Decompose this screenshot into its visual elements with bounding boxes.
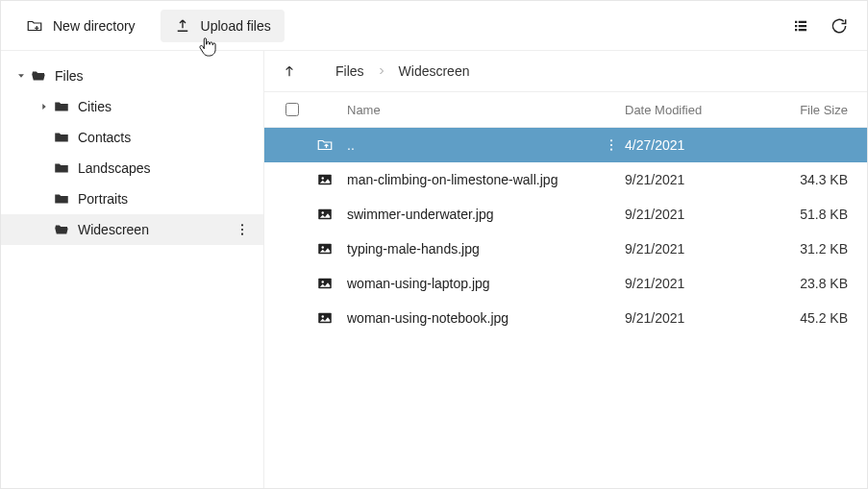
upload-files-button[interactable]: Upload files [161, 10, 285, 42]
folder-open-icon [30, 67, 47, 85]
caret-placeholder [36, 129, 53, 146]
folder-open-icon [53, 221, 70, 238]
go-up-button[interactable] [276, 58, 303, 85]
image-file-icon [316, 275, 334, 292]
column-size[interactable]: File Size [769, 103, 856, 117]
column-date[interactable]: Date Modified [625, 103, 769, 117]
image-file-icon [316, 206, 334, 223]
tree-item-contacts[interactable]: Contacts [1, 122, 263, 153]
file-name: swimmer-underwater.jpg [341, 207, 598, 222]
toolbar: New directory Upload files [1, 1, 867, 51]
tree-item-widescreen[interactable]: Widescreen [1, 214, 263, 245]
caret-placeholder [36, 221, 53, 238]
file-name: .. [341, 137, 598, 153]
file-date: 9/21/2021 [625, 276, 769, 291]
new-directory-button[interactable]: New directory [12, 10, 149, 42]
folder-icon [53, 159, 70, 177]
caret-down-icon[interactable] [12, 67, 30, 85]
file-row[interactable]: woman-using-notebook.jpg9/21/202145.2 KB [264, 301, 867, 335]
upload-icon [174, 17, 191, 35]
file-size: 31.2 KB [769, 241, 856, 257]
folder-tree: Files CitiesContactsLandscapesPortraitsW… [1, 51, 264, 488]
view-details-button[interactable] [784, 10, 817, 42]
tree-item-label: Landscapes [78, 160, 229, 176]
file-list: ..4/27/2021man-climbing-on-limestone-wal… [264, 128, 867, 335]
tree-item-label: Portraits [78, 191, 229, 207]
file-name: woman-using-notebook.jpg [341, 310, 598, 326]
file-date: 4/27/2021 [625, 137, 769, 153]
caret-placeholder [36, 190, 53, 208]
parent-directory-row[interactable]: ..4/27/2021 [264, 128, 867, 162]
select-all-checkbox[interactable] [285, 103, 299, 116]
file-row[interactable]: typing-male-hands.jpg9/21/202131.2 KB [264, 232, 867, 266]
tree-item-portraits[interactable]: Portraits [1, 183, 263, 214]
row-menu-button[interactable] [604, 137, 619, 153]
caret-right-icon[interactable] [36, 98, 53, 115]
file-size: 45.2 KB [769, 310, 856, 326]
refresh-icon [830, 16, 849, 36]
tree-item-label: Contacts [78, 130, 229, 145]
file-name: woman-using-laptop.jpg [341, 276, 598, 291]
file-date: 9/21/2021 [625, 310, 769, 326]
tree-item-label: Widescreen [78, 222, 229, 237]
file-size: 34.3 KB [769, 172, 856, 187]
file-row[interactable]: man-climbing-on-limestone-wall.jpg9/21/2… [264, 162, 867, 197]
tree-item-menu[interactable] [229, 216, 256, 243]
details-view-icon [792, 17, 809, 35]
folder-icon [53, 190, 70, 208]
file-row[interactable]: woman-using-laptop.jpg9/21/202123.8 KB [264, 266, 867, 301]
file-name: typing-male-hands.jpg [341, 241, 598, 257]
image-file-icon [316, 171, 334, 188]
file-date: 9/21/2021 [625, 207, 769, 222]
upload-files-label: Upload files [201, 18, 271, 34]
column-name[interactable]: Name [341, 103, 598, 117]
breadcrumb: Files Widescreen [264, 51, 867, 91]
image-file-icon [316, 240, 334, 257]
folder-icon [53, 98, 70, 115]
folder-icon [53, 129, 70, 146]
breadcrumb-item[interactable]: Files [335, 63, 364, 79]
refresh-button[interactable] [823, 10, 856, 42]
file-date: 9/21/2021 [625, 172, 769, 187]
tree-item-landscapes[interactable]: Landscapes [1, 153, 263, 183]
tree-item-label: Cities [78, 99, 229, 114]
tree-root-label: Files [55, 68, 256, 84]
file-date: 9/21/2021 [625, 241, 769, 257]
column-header-row: Name Date Modified File Size [264, 91, 867, 128]
file-size: 23.8 KB [769, 276, 856, 291]
caret-placeholder [36, 159, 53, 177]
tree-item-cities[interactable]: Cities [1, 91, 263, 122]
image-file-icon [316, 309, 334, 327]
chevron-right-icon [376, 65, 387, 77]
tree-root[interactable]: Files [1, 61, 263, 91]
new-folder-icon [26, 17, 43, 35]
file-row[interactable]: swimmer-underwater.jpg9/21/202151.8 KB [264, 197, 867, 232]
file-size: 51.8 KB [769, 207, 856, 222]
arrow-up-icon [282, 63, 297, 79]
breadcrumb-item[interactable]: Widescreen [399, 63, 470, 79]
file-name: man-climbing-on-limestone-wall.jpg [341, 172, 598, 187]
level-up-icon [316, 136, 334, 154]
new-directory-label: New directory [53, 18, 136, 34]
